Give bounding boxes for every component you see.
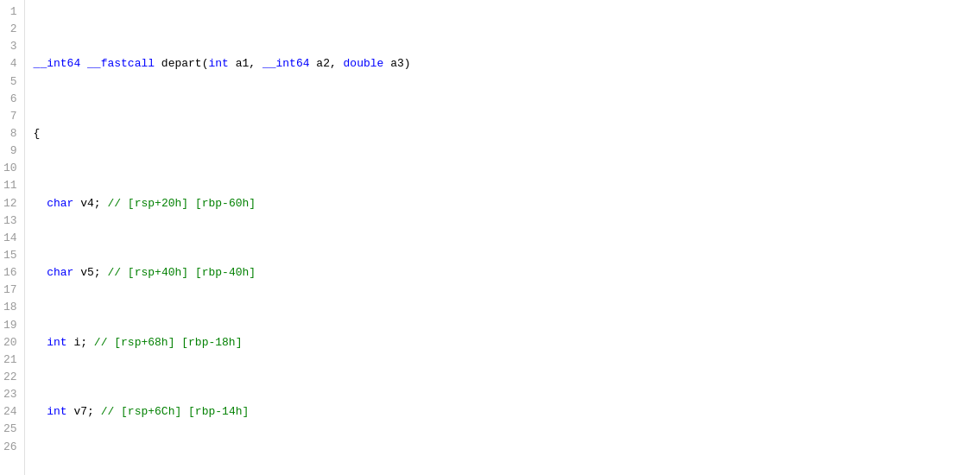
- line-num-12: 12: [3, 195, 17, 212]
- line-num-8: 8: [3, 125, 17, 142]
- line-num-16: 16: [3, 264, 17, 282]
- code-content[interactable]: __int64 __fastcall depart(int a1, __int6…: [25, 0, 980, 475]
- line-num-10: 10: [3, 160, 17, 177]
- line-num-13: 13: [3, 212, 17, 230]
- line-num-20: 20: [3, 334, 17, 352]
- code-line-5: int i; // [rsp+68h] [rbp-18h]: [34, 334, 980, 352]
- line-num-14: 14: [3, 230, 17, 247]
- line-num-7: 7: [3, 108, 17, 125]
- line-num-26: 26: [3, 439, 17, 456]
- line-num-17: 17: [3, 282, 17, 299]
- line-num-18: 18: [3, 299, 17, 316]
- line-num-23: 23: [3, 386, 17, 403]
- code-line-3: char v4; // [rsp+20h] [rbp-60h]: [34, 195, 980, 212]
- line-num-6: 6: [3, 91, 17, 108]
- code-line-1: __int64 __fastcall depart(int a1, __int6…: [34, 55, 980, 73]
- line-num-24: 24: [3, 403, 17, 421]
- code-line-2: {: [34, 125, 980, 142]
- line-num-11: 11: [3, 177, 17, 194]
- line-num-25: 25: [3, 421, 17, 438]
- line-num-9: 9: [3, 142, 17, 160]
- line-num-1: 1: [3, 3, 17, 21]
- code-line-6: int v7; // [rsp+6Ch] [rbp-14h]: [34, 403, 980, 421]
- line-num-5: 5: [3, 73, 17, 91]
- line-num-2: 2: [3, 21, 17, 38]
- line-num-19: 19: [3, 317, 17, 334]
- line-num-15: 15: [3, 247, 17, 264]
- line-num-22: 22: [3, 369, 17, 386]
- code-line-4: char v5; // [rsp+40h] [rbp-40h]: [34, 264, 980, 282]
- line-num-4: 4: [3, 55, 17, 73]
- line-numbers: 1 2 3 4 5 6 7 8 9 10 11 12 13 14 15 16 1…: [0, 0, 25, 475]
- line-num-21: 21: [3, 352, 17, 369]
- code-editor: 1 2 3 4 5 6 7 8 9 10 11 12 13 14 15 16 1…: [0, 0, 980, 475]
- line-num-3: 3: [3, 38, 17, 55]
